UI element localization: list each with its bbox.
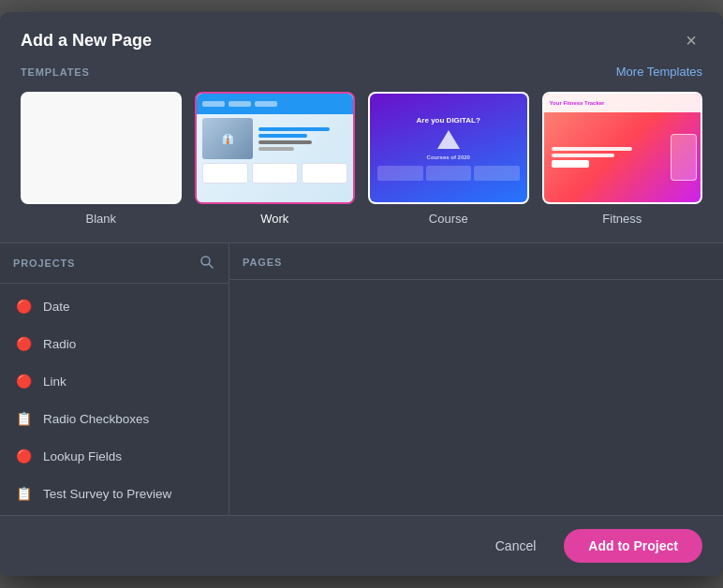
bottom-section: PROJECTS 🔴 Date 🔴 Radio 🔴 Link 📋 Radio C…: [0, 243, 723, 515]
add-to-project-button[interactable]: Add to Project: [564, 529, 702, 563]
blank-thumbnail: [21, 92, 182, 204]
search-icon: [199, 255, 214, 269]
projects-panel: PROJECTS 🔴 Date 🔴 Radio 🔴 Link 📋 Radio C…: [0, 243, 229, 515]
close-button[interactable]: ×: [680, 29, 702, 51]
project-icon-date: 🔴: [13, 296, 34, 316]
pages-panel: PAGES: [229, 243, 723, 515]
add-page-modal: Add a New Page × TEMPLATES More Template…: [0, 12, 723, 576]
project-name-test-survey: Test Survey to Preview: [43, 487, 171, 501]
project-item-link[interactable]: 🔴 Link: [0, 362, 229, 400]
template-fitness[interactable]: Your Fitness Tracker Fitness: [542, 92, 703, 226]
project-name-radio: Radio: [43, 337, 76, 351]
project-item-lookup-fields[interactable]: 🔴 Lookup Fields: [0, 437, 229, 475]
project-name-radio-checkboxes: Radio Checkboxes: [43, 412, 149, 426]
project-item-radio-checkboxes[interactable]: 📋 Radio Checkboxes: [0, 400, 229, 437]
project-item-date[interactable]: 🔴 Date: [0, 287, 229, 325]
projects-label: PROJECTS: [13, 257, 75, 269]
work-thumbnail: 👔: [195, 92, 356, 204]
project-icon-link: 🔴: [13, 371, 34, 391]
fitness-label: Fitness: [602, 212, 642, 226]
course-thumb-visual: Are you DIGITAL? Courses of 2020: [370, 94, 527, 202]
pages-content: [229, 280, 723, 515]
modal-footer: Cancel Add to Project: [0, 515, 723, 576]
template-course[interactable]: Are you DIGITAL? Courses of 2020 Course: [368, 92, 529, 226]
templates-section: TEMPLATES More Templates Blank: [0, 65, 723, 243]
work-label: Work: [260, 212, 288, 226]
pages-header: PAGES: [229, 243, 723, 280]
project-name-lookup-fields: Lookup Fields: [43, 449, 122, 463]
work-thumb-visual: 👔: [197, 94, 354, 202]
blank-thumb-visual: [22, 94, 180, 202]
more-templates-button[interactable]: More Templates: [616, 65, 702, 79]
projects-list: 🔴 Date 🔴 Radio 🔴 Link 📋 Radio Checkboxes…: [0, 284, 229, 515]
template-work[interactable]: 👔: [195, 92, 356, 226]
project-name-link: Link: [43, 375, 66, 389]
project-name-date: Date: [43, 300, 70, 314]
modal-title: Add a New Page: [21, 31, 152, 51]
course-thumbnail: Are you DIGITAL? Courses of 2020: [368, 92, 529, 204]
search-button[interactable]: [198, 253, 215, 273]
project-item-radio[interactable]: 🔴 Radio: [0, 325, 229, 362]
templates-header: TEMPLATES More Templates: [21, 65, 702, 79]
project-icon-test-survey: 📋: [13, 483, 34, 504]
templates-label: TEMPLATES: [21, 66, 90, 78]
project-icon-lookup-fields: 🔴: [13, 446, 34, 466]
modal-header: Add a New Page ×: [0, 12, 723, 65]
blank-label: Blank: [85, 212, 116, 226]
project-icon-radio-checkboxes: 📋: [13, 408, 34, 429]
project-icon-radio: 🔴: [13, 333, 34, 354]
templates-grid: Blank 👔: [21, 92, 702, 226]
fitness-thumb-visual: Your Fitness Tracker: [544, 94, 701, 202]
fitness-thumbnail: Your Fitness Tracker: [542, 92, 703, 204]
pages-label: PAGES: [243, 257, 282, 268]
template-blank[interactable]: Blank: [21, 92, 182, 226]
course-label: Course: [429, 212, 468, 226]
cancel-button[interactable]: Cancel: [480, 531, 552, 561]
project-item-test-survey[interactable]: 📋 Test Survey to Preview: [0, 475, 229, 512]
projects-header: PROJECTS: [0, 243, 229, 284]
svg-line-1: [209, 264, 213, 268]
